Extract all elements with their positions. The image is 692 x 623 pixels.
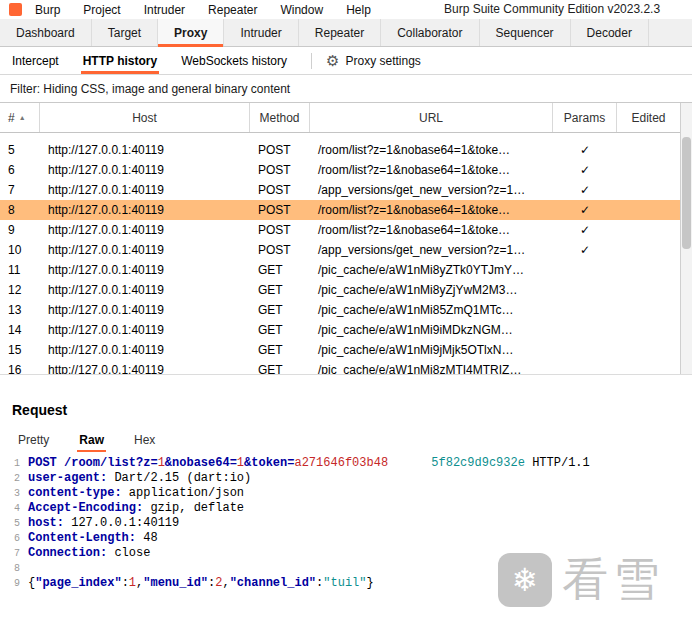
menu-repeater[interactable]: Repeater	[208, 3, 257, 17]
cell-host: http://127.0.0.1:40119	[40, 180, 250, 200]
table-row[interactable]: 14http://127.0.0.1:40119GET/pic_cache/e/…	[0, 320, 680, 340]
line-text: POST /room/list?z=1&nobase64=1&token=a27…	[28, 456, 590, 471]
tab-dashboard[interactable]: Dashboard	[0, 19, 92, 46]
table-row[interactable]: 9http://127.0.0.1:40119POST/room/list?z=…	[0, 220, 680, 240]
main-tab-bar: Dashboard Target Proxy Intruder Repeater…	[0, 19, 692, 47]
cell-num: 14	[0, 320, 40, 340]
request-editor-tab-bar: Pretty Raw Hex	[0, 428, 692, 452]
cell-url: /pic_cache/e/aW1nMi85ZmQ1MTc…	[310, 300, 553, 320]
column-header-method[interactable]: Method	[250, 103, 310, 132]
cell-edited	[617, 200, 680, 220]
cell-params: ✓	[553, 140, 617, 160]
table-row[interactable]: 10http://127.0.0.1:40119POST/app_version…	[0, 240, 680, 260]
history-table-header: # ▲ Host Method URL Params Edited	[0, 103, 680, 133]
tab-collaborator[interactable]: Collaborator	[381, 19, 479, 46]
cell-num: 12	[0, 280, 40, 300]
cell-method: GET	[250, 300, 310, 320]
proxy-settings-label: Proxy settings	[345, 54, 420, 68]
menu-help[interactable]: Help	[346, 3, 371, 17]
filter-bar[interactable]: Filter: Hiding CSS, image and general bi…	[0, 75, 692, 103]
menu-window[interactable]: Window	[280, 3, 323, 17]
line-text: Accept-Encoding: gzip, deflate	[28, 501, 244, 516]
column-header-host[interactable]: Host	[40, 103, 250, 132]
table-row[interactable]: 11http://127.0.0.1:40119GET/pic_cache/e/…	[0, 260, 680, 280]
table-row[interactable]: 7http://127.0.0.1:40119POST/app_versions…	[0, 180, 680, 200]
cell-url: /room/list?z=1&nobase64=1&toke…	[310, 200, 553, 220]
subtab-http-history[interactable]: HTTP history	[81, 47, 159, 74]
line-number: 2	[4, 471, 20, 486]
request-line: 2user-agent: Dart/2.15 (dart:io)	[4, 471, 692, 486]
cell-method: POST	[250, 180, 310, 200]
column-header-number[interactable]: # ▲	[0, 103, 40, 132]
column-header-url[interactable]: URL	[310, 103, 553, 132]
request-line: 3content-type: application/json	[4, 486, 692, 501]
cell-params: ✓	[553, 220, 617, 240]
cell-method: POST	[250, 240, 310, 260]
cell-num: 7	[0, 180, 40, 200]
table-row[interactable]: 13http://127.0.0.1:40119GET/pic_cache/e/…	[0, 300, 680, 320]
line-text: host: 127.0.0.1:40119	[28, 516, 179, 531]
tab-raw[interactable]: Raw	[77, 433, 106, 452]
cell-method: GET	[250, 360, 310, 374]
table-row[interactable]: 4http://127.0.0.1:40119POST/app_versions…	[0, 133, 680, 140]
line-number: 3	[4, 486, 20, 501]
menu-project[interactable]: Project	[83, 3, 120, 17]
tab-sequencer[interactable]: Sequencer	[480, 19, 571, 46]
cell-host: http://127.0.0.1:40119	[40, 360, 250, 374]
table-row[interactable]: 6http://127.0.0.1:40119POST/room/list?z=…	[0, 160, 680, 180]
line-number: 5	[4, 516, 20, 531]
table-scrollbar[interactable]	[680, 103, 692, 374]
column-header-edited[interactable]: Edited	[617, 103, 680, 132]
cell-method: GET	[250, 320, 310, 340]
line-text: user-agent: Dart/2.15 (dart:io)	[28, 471, 251, 486]
column-header-params[interactable]: Params	[553, 103, 617, 132]
table-row[interactable]: 15http://127.0.0.1:40119GET/pic_cache/e/…	[0, 340, 680, 360]
cell-params	[553, 340, 617, 360]
scrollbar-thumb[interactable]	[682, 137, 691, 249]
cell-edited	[617, 180, 680, 200]
line-text: content-type: application/json	[28, 486, 244, 501]
request-line: 4Accept-Encoding: gzip, deflate	[4, 501, 692, 516]
cell-params	[553, 280, 617, 300]
proxy-settings-button[interactable]: ⚙ Proxy settings	[326, 53, 421, 68]
cell-method: GET	[250, 260, 310, 280]
tab-hex[interactable]: Hex	[132, 433, 157, 452]
burp-logo-icon	[9, 3, 22, 16]
cell-host: http://127.0.0.1:40119	[40, 320, 250, 340]
table-row[interactable]: 8http://127.0.0.1:40119POST/room/list?z=…	[0, 200, 680, 220]
table-row[interactable]: 16http://127.0.0.1:40119GET/pic_cache/e/…	[0, 360, 680, 374]
cell-num: 16	[0, 360, 40, 374]
gear-icon: ⚙	[326, 53, 339, 68]
tab-repeater[interactable]: Repeater	[299, 19, 381, 46]
subtab-websockets-history[interactable]: WebSockets history	[179, 47, 289, 74]
cell-edited	[617, 160, 680, 180]
table-bottom-divider	[0, 374, 692, 375]
cell-method: POST	[250, 160, 310, 180]
cell-host: http://127.0.0.1:40119	[40, 200, 250, 220]
tab-target[interactable]: Target	[92, 19, 158, 46]
menu-burp[interactable]: Burp	[35, 3, 60, 17]
tab-pretty[interactable]: Pretty	[16, 433, 51, 452]
tab-intruder[interactable]: Intruder	[224, 19, 298, 46]
cell-edited	[617, 360, 680, 374]
cell-num: 13	[0, 300, 40, 320]
menu-intruder[interactable]: Intruder	[144, 3, 185, 17]
tab-decoder[interactable]: Decoder	[571, 19, 649, 46]
menubar: Burp Project Intruder Repeater Window He…	[0, 0, 692, 19]
cell-params: ✓	[553, 240, 617, 260]
cell-url: /app_versions/get_new_version?z=1…	[310, 180, 553, 200]
cell-url: /pic_cache/e/aW1nMi8yZTk0YTJmY…	[310, 260, 553, 280]
cell-host: http://127.0.0.1:40119	[40, 220, 250, 240]
cell-url: /room/list?z=1&nobase64=1&toke…	[310, 160, 553, 180]
cell-params: ✓	[553, 200, 617, 220]
cell-method: POST	[250, 200, 310, 220]
cell-method: POST	[250, 220, 310, 240]
cell-edited	[617, 240, 680, 260]
tab-proxy[interactable]: Proxy	[158, 19, 224, 46]
table-row[interactable]: 5http://127.0.0.1:40119POST/room/list?z=…	[0, 140, 680, 160]
cell-host: http://127.0.0.1:40119	[40, 240, 250, 260]
subtab-intercept[interactable]: Intercept	[10, 47, 61, 74]
table-row[interactable]: 12http://127.0.0.1:40119GET/pic_cache/e/…	[0, 280, 680, 300]
cell-host: http://127.0.0.1:40119	[40, 280, 250, 300]
request-panel-title: Request	[12, 402, 67, 418]
